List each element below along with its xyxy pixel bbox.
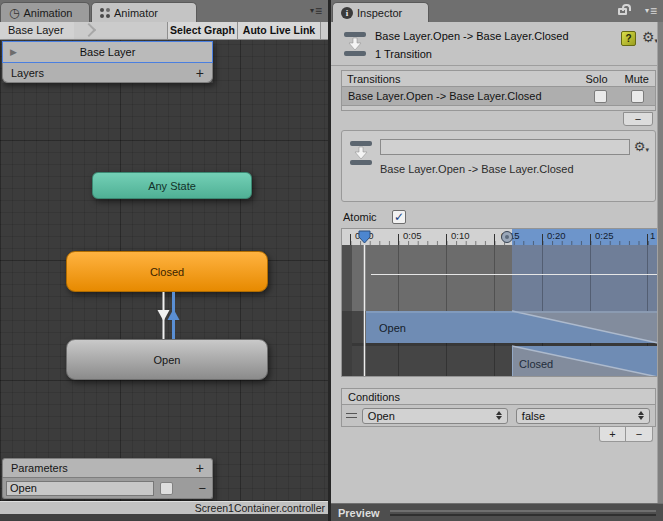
auto-live-link-button[interactable]: Auto Live Link (237, 22, 321, 39)
transitions-header-label: Transitions (347, 73, 586, 85)
add-parameter-button[interactable]: + (196, 461, 204, 475)
animator-panel: ◷ Animation Animator ▾ ≡ Base Layer Sele… (0, 0, 328, 521)
condition-value-dropdown[interactable]: false (516, 408, 650, 424)
timeline-bar-closed[interactable]: Closed (512, 346, 658, 377)
remove-transition-button[interactable]: − (623, 112, 653, 126)
layers-header-label: Layers (11, 67, 196, 79)
state-node-open[interactable]: Open (66, 339, 268, 380)
dropdown-arrows-icon (638, 411, 644, 420)
gear-icon[interactable]: ⚙ (642, 30, 658, 44)
conditions-header-label: Conditions (348, 391, 400, 403)
remove-parameter-button[interactable]: − (198, 482, 206, 495)
condition-value: false (522, 410, 638, 422)
solo-checkbox[interactable] (594, 90, 607, 103)
layer-name: Base Layer (3, 46, 212, 58)
unity-editor: ◷ Animation Animator ▾ ≡ Base Layer Sele… (0, 0, 663, 521)
animator-panel-menu-icon[interactable]: ▾ ≡ (310, 5, 322, 17)
transition-title: Base Layer.Open -> Base Layer.Closed (375, 30, 569, 42)
layer-foldout-icon[interactable]: ▶ (10, 47, 17, 57)
tab-animator-label: Animator (114, 7, 158, 19)
parameter-row: − (2, 478, 213, 499)
condition-row: Open false (341, 405, 656, 427)
bar-label-closed: Closed (519, 358, 553, 370)
parameters-header-label: Parameters (11, 462, 196, 474)
state-machine-graph[interactable]: ▶ Base Layer Layers + Any State Closed O… (0, 40, 328, 501)
state-node-closed[interactable]: Closed (66, 251, 268, 292)
menu-lines-icon: ≡ (650, 5, 657, 17)
transition-arrow-closed-to-open[interactable] (158, 310, 170, 321)
inspector-scrollbar-gutter[interactable] (657, 22, 663, 503)
ruler-label: 0:25 (595, 230, 614, 241)
ruler-label: 0:05 (403, 230, 422, 241)
conditions-section: Conditions Open false (341, 388, 656, 427)
layers-panel: ▶ Base Layer Layers + (2, 41, 213, 83)
remove-condition-button[interactable]: − (626, 427, 653, 442)
transition-timeline[interactable]: 0:00 0:05 0:10 0:15 0:20 0:25 1 (341, 228, 658, 377)
state-node-any-state[interactable]: Any State (92, 172, 252, 199)
preview-resize-grip[interactable] (390, 510, 656, 516)
tab-animator[interactable]: Animator (91, 2, 197, 22)
ruler-label: 0:10 (451, 230, 470, 241)
conditions-header: Conditions (341, 388, 656, 405)
select-graph-button[interactable]: Select Graph (167, 22, 237, 39)
animator-tabbar: ◷ Animation Animator ▾ ≡ (0, 0, 328, 22)
preview-label: Preview (338, 507, 380, 519)
transition-count: 1 Transition (375, 48, 432, 60)
controller-path: Screen1Container.controller (195, 502, 325, 514)
ruler-label: 0:20 (547, 230, 566, 241)
dropdown-arrows-icon (496, 411, 502, 420)
transition-detail-box: ⚙ Base Layer.Open -> Base Layer.Closed (341, 130, 656, 202)
timeline-bar-open[interactable]: Open (366, 311, 658, 343)
layers-header[interactable]: Layers + (2, 63, 213, 83)
window-bottom-edge (0, 514, 330, 521)
inspector-tabbar: i Inspector ▾ ≡ (331, 0, 663, 22)
animator-controller-icon (100, 8, 110, 18)
state-node-label: Open (154, 354, 181, 366)
transitions-list: Transitions Solo Mute Base Layer.Open ->… (341, 70, 656, 111)
transition-arrows[interactable] (150, 292, 190, 339)
menu-arrow-icon: ▾ (645, 7, 649, 15)
atomic-row: Atomic ✓ (343, 209, 406, 225)
parameters-panel: Parameters + − (2, 458, 213, 499)
breadcrumb[interactable]: Base Layer (0, 22, 74, 39)
clock-icon: ◷ (9, 7, 19, 19)
mute-column-label: Mute (625, 73, 649, 85)
preview-bar[interactable]: Preview (331, 503, 663, 521)
transition-icon (342, 30, 368, 58)
inspector-panel-menu-icon[interactable]: ▾ ≡ (645, 5, 657, 17)
lock-icon[interactable] (618, 8, 627, 15)
atomic-label: Atomic (343, 211, 392, 223)
transition-name-input[interactable] (380, 139, 630, 155)
parameter-name-input[interactable] (6, 481, 154, 496)
drag-handle-icon[interactable] (346, 413, 357, 418)
parameters-header[interactable]: Parameters + (2, 458, 213, 478)
tab-inspector[interactable]: i Inspector (332, 2, 429, 22)
help-icon[interactable]: ? (621, 31, 636, 46)
add-condition-button[interactable]: + (599, 427, 626, 442)
parameter-bool-checkbox[interactable] (160, 482, 173, 495)
condition-parameter-value: Open (368, 410, 496, 422)
info-icon: i (341, 7, 353, 19)
condition-list-buttons: + − (599, 427, 653, 442)
transitions-list-footer (341, 106, 656, 111)
condition-parameter-dropdown[interactable]: Open (362, 408, 508, 424)
inspector-header: Base Layer.Open -> Base Layer.Closed 1 T… (331, 22, 663, 66)
tab-animation[interactable]: ◷ Animation (0, 2, 90, 22)
add-layer-button[interactable]: + (196, 66, 204, 80)
solo-column-label: Solo (586, 73, 608, 85)
inspector-panel: i Inspector ▾ ≡ Base Layer.Open -> Base … (331, 0, 663, 521)
tab-inspector-label: Inspector (357, 7, 402, 19)
menu-lines-icon: ≡ (315, 5, 322, 17)
transitions-list-header: Transitions Solo Mute (341, 70, 656, 87)
ruler-label: 1 (650, 230, 655, 241)
controller-status-bar: Screen1Container.controller (0, 501, 330, 514)
mute-checkbox[interactable] (631, 90, 644, 103)
transition-arrow-open-to-closed-selected[interactable] (168, 309, 180, 320)
transition-list-item[interactable]: Base Layer.Open -> Base Layer.Closed (341, 87, 656, 106)
atomic-checkbox[interactable]: ✓ (392, 210, 406, 224)
layer-item-base-layer[interactable]: ▶ Base Layer (2, 41, 213, 63)
gear-icon[interactable]: ⚙ (634, 140, 649, 153)
menu-arrow-icon: ▾ (310, 7, 314, 15)
breadcrumb-chevron-icon (82, 23, 96, 37)
animator-toolbar: Base Layer Select Graph Auto Live Link (0, 22, 328, 40)
